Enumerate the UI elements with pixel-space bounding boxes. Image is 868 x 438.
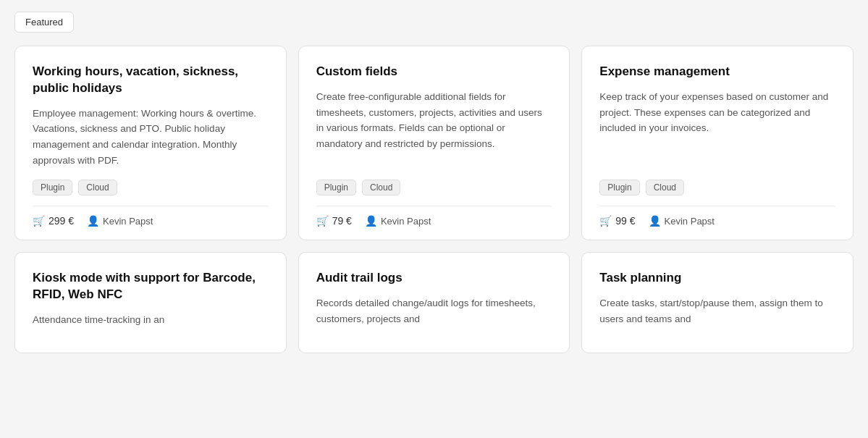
card-tags-3: Plugin Cloud — [599, 180, 835, 195]
author-name-1: Kevin Papst — [103, 216, 153, 227]
author-name-2: Kevin Papst — [381, 216, 431, 227]
author-icon-1: 👤 — [87, 215, 99, 227]
card-tags-1: Plugin Cloud — [33, 180, 269, 195]
author-block-1: 👤 Kevin Papst — [87, 215, 153, 227]
price-block-1: 🛒 299 € — [33, 215, 74, 227]
tag-plugin-1: Plugin — [33, 180, 72, 195]
bottom-cards-grid: Kiosk mode with support for Barcode, RFI… — [14, 252, 854, 353]
card-title-b3: Task planning — [599, 270, 835, 287]
card-tags-2: Plugin Cloud — [316, 180, 552, 195]
price-block-2: 🛒 79 € — [316, 215, 352, 227]
author-block-3: 👤 Kevin Papst — [649, 215, 715, 227]
author-icon-2: 👤 — [365, 215, 377, 227]
author-icon-3: 👤 — [649, 215, 661, 227]
card-audit-trail: Audit trail logs Records detailed change… — [298, 252, 570, 353]
card-custom-fields: Custom fields Create free-configurable a… — [298, 46, 570, 240]
tag-cloud-1: Cloud — [78, 180, 117, 195]
card-title-b2: Audit trail logs — [316, 270, 552, 287]
page-container: Featured Working hours, vacation, sickne… — [0, 0, 868, 365]
price-value-3: 99 € — [615, 215, 635, 227]
tag-cloud-2: Cloud — [362, 180, 400, 195]
card-desc-b2: Records detailed change/audit logs for t… — [316, 295, 552, 328]
card-title-1: Working hours, vacation, sickness, publi… — [33, 64, 269, 97]
card-desc-1: Employee management: Working hours & ove… — [33, 106, 269, 168]
card-title-b1: Kiosk mode with support for Barcode, RFI… — [33, 270, 269, 303]
card-desc-b1: Attendance time-tracking in an — [33, 312, 269, 328]
card-desc-b3: Create tasks, start/stop/pause them, ass… — [599, 295, 835, 328]
price-value-1: 299 € — [49, 215, 74, 227]
card-title-3: Expense management — [599, 64, 835, 80]
tag-cloud-3: Cloud — [646, 180, 684, 195]
card-desc-3: Keep track of your expenses based on cus… — [599, 89, 835, 168]
price-block-3: 🛒 99 € — [599, 215, 635, 227]
price-value-2: 79 € — [332, 215, 352, 227]
card-footer-2: 🛒 79 € 👤 Kevin Papst — [316, 206, 552, 227]
card-title-2: Custom fields — [316, 64, 552, 80]
cart-icon-3: 🛒 — [599, 215, 612, 227]
card-task-planning: Task planning Create tasks, start/stop/p… — [581, 252, 854, 353]
card-working-hours: Working hours, vacation, sickness, publi… — [14, 46, 287, 240]
card-kiosk-mode: Kiosk mode with support for Barcode, RFI… — [14, 252, 287, 353]
cart-icon-2: 🛒 — [316, 215, 329, 227]
top-cards-grid: Working hours, vacation, sickness, publi… — [14, 46, 854, 240]
author-block-2: 👤 Kevin Papst — [365, 215, 431, 227]
tag-plugin-3: Plugin — [599, 180, 639, 195]
cart-icon-1: 🛒 — [33, 215, 45, 227]
featured-badge: Featured — [14, 12, 74, 33]
card-expense-management: Expense management Keep track of your ex… — [581, 46, 854, 240]
author-name-3: Kevin Papst — [665, 216, 715, 227]
card-footer-1: 🛒 299 € 👤 Kevin Papst — [33, 206, 269, 227]
tag-plugin-2: Plugin — [316, 180, 356, 195]
card-footer-3: 🛒 99 € 👤 Kevin Papst — [599, 206, 835, 227]
card-desc-2: Create free-configurable additional fiel… — [316, 89, 552, 168]
